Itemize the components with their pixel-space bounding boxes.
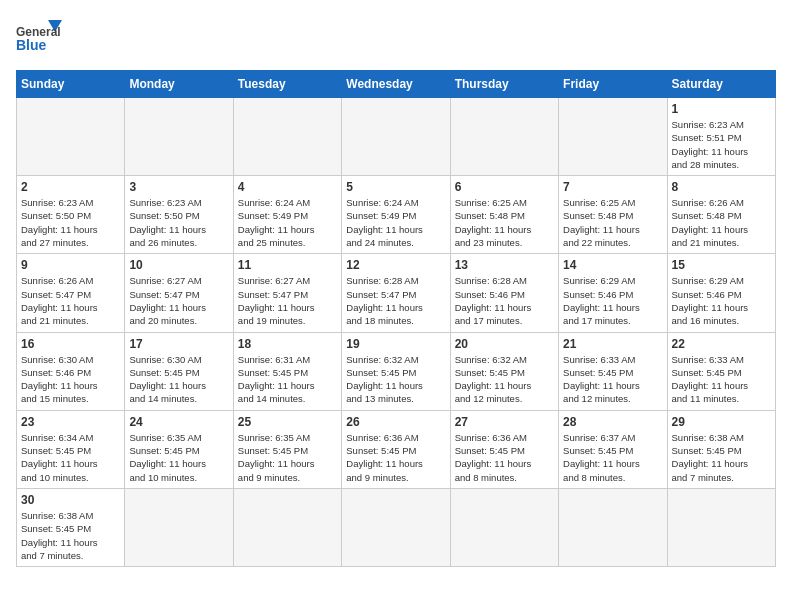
calendar-week-3: 9Sunrise: 6:26 AM Sunset: 5:47 PM Daylig… bbox=[17, 254, 776, 332]
day-info: Sunrise: 6:26 AM Sunset: 5:47 PM Dayligh… bbox=[21, 274, 120, 327]
weekday-wednesday: Wednesday bbox=[342, 71, 450, 98]
calendar-cell: 18Sunrise: 6:31 AM Sunset: 5:45 PM Dayli… bbox=[233, 332, 341, 410]
page-header: GeneralBlue bbox=[16, 16, 776, 58]
calendar-week-2: 2Sunrise: 6:23 AM Sunset: 5:50 PM Daylig… bbox=[17, 176, 776, 254]
day-number: 15 bbox=[672, 258, 771, 272]
weekday-saturday: Saturday bbox=[667, 71, 775, 98]
calendar-week-1: 1Sunrise: 6:23 AM Sunset: 5:51 PM Daylig… bbox=[17, 98, 776, 176]
day-number: 17 bbox=[129, 337, 228, 351]
calendar-cell bbox=[342, 488, 450, 566]
day-info: Sunrise: 6:38 AM Sunset: 5:45 PM Dayligh… bbox=[21, 509, 120, 562]
calendar-cell bbox=[233, 488, 341, 566]
day-number: 9 bbox=[21, 258, 120, 272]
day-number: 2 bbox=[21, 180, 120, 194]
calendar-cell: 30Sunrise: 6:38 AM Sunset: 5:45 PM Dayli… bbox=[17, 488, 125, 566]
day-info: Sunrise: 6:30 AM Sunset: 5:45 PM Dayligh… bbox=[129, 353, 228, 406]
calendar-cell: 23Sunrise: 6:34 AM Sunset: 5:45 PM Dayli… bbox=[17, 410, 125, 488]
day-info: Sunrise: 6:23 AM Sunset: 5:50 PM Dayligh… bbox=[129, 196, 228, 249]
calendar-cell bbox=[450, 488, 558, 566]
calendar-week-4: 16Sunrise: 6:30 AM Sunset: 5:46 PM Dayli… bbox=[17, 332, 776, 410]
calendar-cell: 10Sunrise: 6:27 AM Sunset: 5:47 PM Dayli… bbox=[125, 254, 233, 332]
day-info: Sunrise: 6:27 AM Sunset: 5:47 PM Dayligh… bbox=[238, 274, 337, 327]
day-number: 27 bbox=[455, 415, 554, 429]
day-number: 23 bbox=[21, 415, 120, 429]
day-number: 24 bbox=[129, 415, 228, 429]
calendar-cell: 9Sunrise: 6:26 AM Sunset: 5:47 PM Daylig… bbox=[17, 254, 125, 332]
day-info: Sunrise: 6:35 AM Sunset: 5:45 PM Dayligh… bbox=[129, 431, 228, 484]
day-info: Sunrise: 6:30 AM Sunset: 5:46 PM Dayligh… bbox=[21, 353, 120, 406]
day-number: 29 bbox=[672, 415, 771, 429]
day-info: Sunrise: 6:25 AM Sunset: 5:48 PM Dayligh… bbox=[455, 196, 554, 249]
weekday-tuesday: Tuesday bbox=[233, 71, 341, 98]
day-number: 21 bbox=[563, 337, 662, 351]
day-number: 4 bbox=[238, 180, 337, 194]
day-number: 1 bbox=[672, 102, 771, 116]
day-number: 12 bbox=[346, 258, 445, 272]
calendar-cell: 29Sunrise: 6:38 AM Sunset: 5:45 PM Dayli… bbox=[667, 410, 775, 488]
calendar-cell: 16Sunrise: 6:30 AM Sunset: 5:46 PM Dayli… bbox=[17, 332, 125, 410]
day-info: Sunrise: 6:33 AM Sunset: 5:45 PM Dayligh… bbox=[563, 353, 662, 406]
calendar-cell bbox=[559, 488, 667, 566]
day-info: Sunrise: 6:34 AM Sunset: 5:45 PM Dayligh… bbox=[21, 431, 120, 484]
day-info: Sunrise: 6:24 AM Sunset: 5:49 PM Dayligh… bbox=[346, 196, 445, 249]
day-number: 18 bbox=[238, 337, 337, 351]
calendar-cell: 13Sunrise: 6:28 AM Sunset: 5:46 PM Dayli… bbox=[450, 254, 558, 332]
day-info: Sunrise: 6:36 AM Sunset: 5:45 PM Dayligh… bbox=[455, 431, 554, 484]
day-info: Sunrise: 6:27 AM Sunset: 5:47 PM Dayligh… bbox=[129, 274, 228, 327]
day-number: 7 bbox=[563, 180, 662, 194]
day-number: 26 bbox=[346, 415, 445, 429]
logo-svg: GeneralBlue bbox=[16, 16, 66, 58]
calendar-cell: 26Sunrise: 6:36 AM Sunset: 5:45 PM Dayli… bbox=[342, 410, 450, 488]
calendar-cell bbox=[125, 98, 233, 176]
day-number: 28 bbox=[563, 415, 662, 429]
day-number: 20 bbox=[455, 337, 554, 351]
calendar-cell: 6Sunrise: 6:25 AM Sunset: 5:48 PM Daylig… bbox=[450, 176, 558, 254]
logo: GeneralBlue bbox=[16, 16, 66, 58]
day-number: 14 bbox=[563, 258, 662, 272]
day-number: 10 bbox=[129, 258, 228, 272]
day-info: Sunrise: 6:24 AM Sunset: 5:49 PM Dayligh… bbox=[238, 196, 337, 249]
calendar-cell bbox=[125, 488, 233, 566]
calendar-cell: 15Sunrise: 6:29 AM Sunset: 5:46 PM Dayli… bbox=[667, 254, 775, 332]
calendar-cell: 7Sunrise: 6:25 AM Sunset: 5:48 PM Daylig… bbox=[559, 176, 667, 254]
calendar-week-5: 23Sunrise: 6:34 AM Sunset: 5:45 PM Dayli… bbox=[17, 410, 776, 488]
day-number: 25 bbox=[238, 415, 337, 429]
day-number: 16 bbox=[21, 337, 120, 351]
calendar-cell: 14Sunrise: 6:29 AM Sunset: 5:46 PM Dayli… bbox=[559, 254, 667, 332]
svg-text:Blue: Blue bbox=[16, 37, 47, 53]
calendar-cell: 25Sunrise: 6:35 AM Sunset: 5:45 PM Dayli… bbox=[233, 410, 341, 488]
calendar-cell: 19Sunrise: 6:32 AM Sunset: 5:45 PM Dayli… bbox=[342, 332, 450, 410]
day-info: Sunrise: 6:23 AM Sunset: 5:50 PM Dayligh… bbox=[21, 196, 120, 249]
day-number: 3 bbox=[129, 180, 228, 194]
day-info: Sunrise: 6:23 AM Sunset: 5:51 PM Dayligh… bbox=[672, 118, 771, 171]
calendar-cell bbox=[17, 98, 125, 176]
day-info: Sunrise: 6:29 AM Sunset: 5:46 PM Dayligh… bbox=[563, 274, 662, 327]
day-info: Sunrise: 6:26 AM Sunset: 5:48 PM Dayligh… bbox=[672, 196, 771, 249]
day-number: 22 bbox=[672, 337, 771, 351]
calendar-cell: 2Sunrise: 6:23 AM Sunset: 5:50 PM Daylig… bbox=[17, 176, 125, 254]
day-number: 19 bbox=[346, 337, 445, 351]
day-info: Sunrise: 6:28 AM Sunset: 5:47 PM Dayligh… bbox=[346, 274, 445, 327]
day-info: Sunrise: 6:28 AM Sunset: 5:46 PM Dayligh… bbox=[455, 274, 554, 327]
calendar-cell: 28Sunrise: 6:37 AM Sunset: 5:45 PM Dayli… bbox=[559, 410, 667, 488]
calendar-cell: 27Sunrise: 6:36 AM Sunset: 5:45 PM Dayli… bbox=[450, 410, 558, 488]
calendar-cell: 4Sunrise: 6:24 AM Sunset: 5:49 PM Daylig… bbox=[233, 176, 341, 254]
calendar-cell: 24Sunrise: 6:35 AM Sunset: 5:45 PM Dayli… bbox=[125, 410, 233, 488]
day-number: 5 bbox=[346, 180, 445, 194]
calendar-cell: 20Sunrise: 6:32 AM Sunset: 5:45 PM Dayli… bbox=[450, 332, 558, 410]
weekday-sunday: Sunday bbox=[17, 71, 125, 98]
day-info: Sunrise: 6:35 AM Sunset: 5:45 PM Dayligh… bbox=[238, 431, 337, 484]
calendar-cell: 3Sunrise: 6:23 AM Sunset: 5:50 PM Daylig… bbox=[125, 176, 233, 254]
calendar-table: SundayMondayTuesdayWednesdayThursdayFrid… bbox=[16, 70, 776, 567]
day-info: Sunrise: 6:38 AM Sunset: 5:45 PM Dayligh… bbox=[672, 431, 771, 484]
calendar-body: 1Sunrise: 6:23 AM Sunset: 5:51 PM Daylig… bbox=[17, 98, 776, 567]
calendar-cell: 17Sunrise: 6:30 AM Sunset: 5:45 PM Dayli… bbox=[125, 332, 233, 410]
day-info: Sunrise: 6:33 AM Sunset: 5:45 PM Dayligh… bbox=[672, 353, 771, 406]
calendar-header: SundayMondayTuesdayWednesdayThursdayFrid… bbox=[17, 71, 776, 98]
calendar-cell bbox=[450, 98, 558, 176]
calendar-cell: 21Sunrise: 6:33 AM Sunset: 5:45 PM Dayli… bbox=[559, 332, 667, 410]
day-info: Sunrise: 6:32 AM Sunset: 5:45 PM Dayligh… bbox=[346, 353, 445, 406]
weekday-friday: Friday bbox=[559, 71, 667, 98]
calendar-cell bbox=[342, 98, 450, 176]
calendar-cell bbox=[559, 98, 667, 176]
